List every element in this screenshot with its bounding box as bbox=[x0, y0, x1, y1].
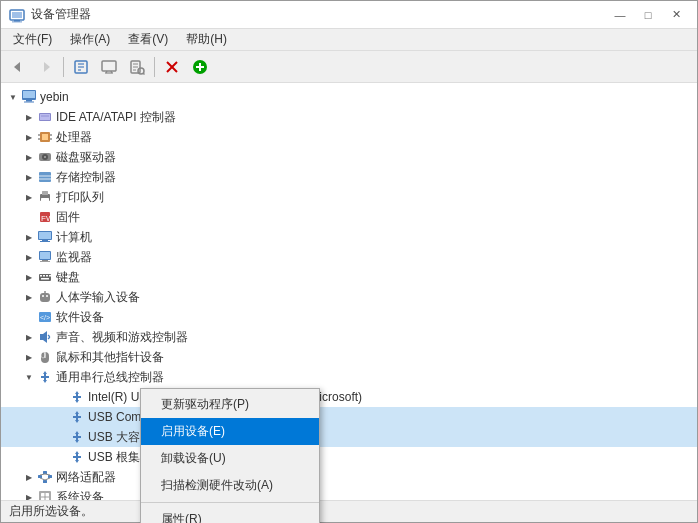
svg-text:</>: </> bbox=[40, 314, 50, 321]
ctx-disable-device[interactable]: 卸载设备(U) bbox=[141, 445, 319, 472]
statusbar: 启用所选设备。 bbox=[1, 500, 697, 522]
tree-item-monitor[interactable]: ▶ 监视器 bbox=[1, 247, 697, 267]
svg-rect-50 bbox=[39, 232, 51, 239]
tree-item-processor[interactable]: ▶ 处理器 bbox=[1, 127, 697, 147]
titlebar-controls: — □ ✕ bbox=[607, 5, 689, 25]
ctx-properties[interactable]: 属性(R) bbox=[141, 506, 319, 523]
tree-item-disk[interactable]: ▶ 磁盘驱动器 bbox=[1, 147, 697, 167]
menu-action[interactable]: 操作(A) bbox=[62, 29, 118, 50]
ctx-enable-device[interactable]: 启用设备(E) bbox=[141, 418, 319, 445]
sysdev-expander[interactable]: ▶ bbox=[21, 487, 37, 500]
remove-button[interactable] bbox=[159, 55, 185, 79]
svg-rect-10 bbox=[102, 61, 116, 71]
ctx-scan-hardware[interactable]: 扫描检测硬件改动(A) bbox=[141, 472, 319, 499]
tree-item-keyboard[interactable]: ▶ 键盘 bbox=[1, 267, 697, 287]
svg-rect-56 bbox=[40, 261, 50, 262]
firmware-icon: FW bbox=[37, 209, 53, 225]
tree-root[interactable]: ▼ yebin bbox=[1, 87, 697, 107]
svg-rect-63 bbox=[40, 293, 50, 302]
processor-expander[interactable]: ▶ bbox=[21, 127, 37, 147]
tree-item-print[interactable]: ▶ 打印队列 bbox=[1, 187, 697, 207]
keyboard-expander[interactable]: ▶ bbox=[21, 267, 37, 287]
tree-item-usb-composite[interactable]: ▶ USB Composite Device bbox=[1, 407, 697, 427]
tree-item-computer[interactable]: ▶ 计算机 bbox=[1, 227, 697, 247]
context-menu: 更新驱动程序(P) 启用设备(E) 卸载设备(U) 扫描检测硬件改动(A) 属性… bbox=[140, 388, 320, 523]
svg-rect-74 bbox=[43, 471, 47, 474]
svg-rect-59 bbox=[43, 275, 45, 277]
svg-rect-77 bbox=[43, 480, 47, 483]
computer-expander[interactable]: ▶ bbox=[21, 227, 37, 247]
back-button[interactable] bbox=[5, 55, 31, 79]
usb-hub-icon bbox=[69, 449, 85, 465]
svg-rect-62 bbox=[41, 278, 49, 280]
forward-button[interactable] bbox=[33, 55, 59, 79]
toolbar-sep-2 bbox=[154, 57, 155, 77]
audio-expander[interactable]: ▶ bbox=[21, 327, 37, 347]
ide-icon bbox=[37, 109, 53, 125]
minimize-button[interactable]: — bbox=[607, 5, 633, 25]
svg-rect-41 bbox=[39, 172, 51, 182]
menu-help[interactable]: 帮助(H) bbox=[178, 29, 235, 50]
svg-line-81 bbox=[45, 478, 50, 480]
monitor-expander[interactable]: ▶ bbox=[21, 247, 37, 267]
tree-item-softdev[interactable]: ▶ </> 软件设备 bbox=[1, 307, 697, 327]
svg-rect-30 bbox=[40, 114, 50, 120]
tree-item-audio[interactable]: ▶ 声音、视频和游戏控制器 bbox=[1, 327, 697, 347]
tree-item-usb-hub[interactable]: ▶ USB 根集线 bbox=[1, 447, 697, 467]
titlebar-left: 设备管理器 bbox=[9, 6, 91, 23]
hid-expander[interactable]: ▶ bbox=[21, 287, 37, 307]
tree-item-mouse[interactable]: ▶ 鼠标和其他指针设备 bbox=[1, 347, 697, 367]
menu-view[interactable]: 查看(V) bbox=[120, 29, 176, 50]
svg-rect-55 bbox=[42, 260, 48, 261]
svg-rect-33 bbox=[42, 134, 48, 140]
svg-rect-2 bbox=[14, 20, 20, 22]
tree-item-usb-ctrl[interactable]: ▼ 通用串行总线控制器 bbox=[1, 367, 697, 387]
svg-rect-52 bbox=[40, 241, 50, 242]
root-expander[interactable]: ▼ bbox=[5, 87, 21, 107]
display-button[interactable] bbox=[96, 55, 122, 79]
computer-device-icon bbox=[37, 229, 53, 245]
usb-hub-expander: ▶ bbox=[53, 447, 69, 467]
svg-rect-1 bbox=[12, 12, 22, 18]
intel-usb-icon bbox=[69, 389, 85, 405]
tree-item-hid[interactable]: ▶ 人体学输入设备 bbox=[1, 287, 697, 307]
usb-composite-icon bbox=[69, 409, 85, 425]
menu-file[interactable]: 文件(F) bbox=[5, 29, 60, 50]
tree-item-firmware[interactable]: ▶ FW 固件 bbox=[1, 207, 697, 227]
scan-button[interactable] bbox=[124, 55, 150, 79]
mouse-expander[interactable]: ▶ bbox=[21, 347, 37, 367]
svg-rect-51 bbox=[42, 240, 48, 241]
properties-button[interactable] bbox=[68, 55, 94, 79]
network-icon bbox=[37, 469, 53, 485]
ide-label: IDE ATA/ATAPI 控制器 bbox=[56, 109, 176, 126]
device-tree[interactable]: ▼ yebin ▶ IDE ATA/ATAPI 控制器 bbox=[1, 83, 697, 500]
svg-line-19 bbox=[143, 73, 145, 75]
firmware-expander: ▶ bbox=[21, 207, 37, 227]
svg-rect-61 bbox=[49, 275, 51, 277]
svg-text:FW: FW bbox=[41, 214, 52, 223]
tree-item-storage[interactable]: ▶ 存储控制器 bbox=[1, 167, 697, 187]
tree-item-usb-mass[interactable]: ▶ USB 大容量存储设备 bbox=[1, 427, 697, 447]
svg-rect-3 bbox=[12, 21, 22, 22]
tree-item-intel-usb[interactable]: ▶ Intel(R) USB 3.0 可扩展主机控制器 - 1.0 (Micro… bbox=[1, 387, 697, 407]
usb-mass-expander: ▶ bbox=[53, 427, 69, 447]
tree-item-ide[interactable]: ▶ IDE ATA/ATAPI 控制器 bbox=[1, 107, 697, 127]
disk-expander[interactable]: ▶ bbox=[21, 147, 37, 167]
svg-rect-45 bbox=[42, 191, 48, 195]
usb-ctrl-expander[interactable]: ▼ bbox=[21, 367, 37, 387]
ctx-update-driver[interactable]: 更新驱动程序(P) bbox=[141, 391, 319, 418]
network-expander[interactable]: ▶ bbox=[21, 467, 37, 487]
print-expander[interactable]: ▶ bbox=[21, 187, 37, 207]
add-button[interactable] bbox=[187, 55, 213, 79]
maximize-button[interactable]: □ bbox=[635, 5, 661, 25]
usb-composite-expander: ▶ bbox=[53, 407, 69, 427]
tree-item-sysdev[interactable]: ▶ 系统设备 bbox=[1, 487, 697, 500]
storage-expander[interactable]: ▶ bbox=[21, 167, 37, 187]
network-label: 网络适配器 bbox=[56, 469, 116, 486]
svg-rect-60 bbox=[46, 275, 48, 277]
tree-item-network[interactable]: ▶ 网络适配器 bbox=[1, 467, 697, 487]
ide-expander[interactable]: ▶ bbox=[21, 107, 37, 127]
svg-rect-75 bbox=[38, 475, 42, 478]
sysdev-icon bbox=[37, 489, 53, 500]
close-button[interactable]: ✕ bbox=[663, 5, 689, 25]
